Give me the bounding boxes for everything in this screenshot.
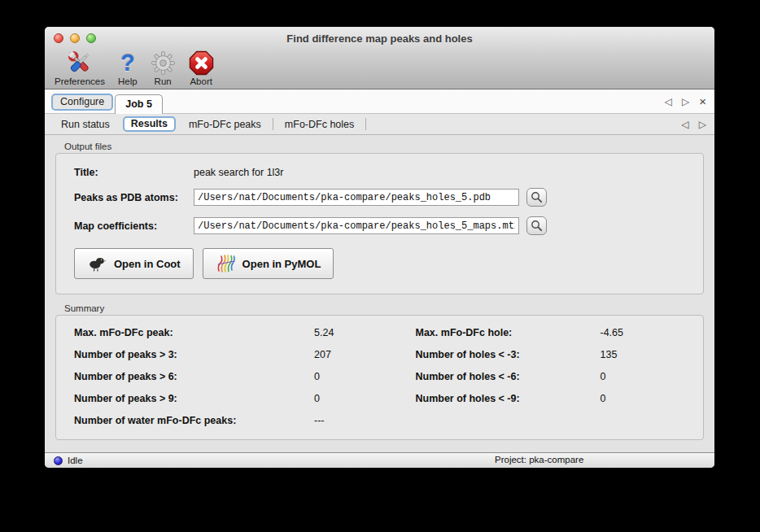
stat-value: 0 <box>601 371 606 382</box>
stat-label: Max. mFo-DFc hole: <box>416 327 601 338</box>
window-controls <box>54 33 96 43</box>
map-label: Map coefficients: <box>74 220 194 232</box>
abort-label: Abort <box>190 76 212 86</box>
stat-label: Number of peaks > 6: <box>74 371 314 382</box>
stat-label: Number of holes < -6: <box>416 371 601 382</box>
magnifier-icon <box>531 220 543 232</box>
pymol-ribbon-icon <box>216 253 237 274</box>
stat-row: Number of peaks > 9: 0 <box>74 393 381 404</box>
subtab-separator <box>365 118 366 130</box>
subtab-separator <box>273 118 273 130</box>
stat-value: --- <box>314 415 325 426</box>
preferences-label: Preferences <box>55 76 105 86</box>
stat-row: Max. mFo-DFc peak: 5.24 <box>74 327 381 338</box>
help-icon: ? <box>120 50 135 76</box>
subtab-results[interactable]: Results <box>123 116 176 132</box>
viewer-buttons: Open in Coot Open in PyMOL <box>74 248 687 279</box>
stat-value: 0 <box>314 393 320 404</box>
stat-row: Number of peaks > 6: 0 <box>74 371 381 382</box>
stat-label: Number of peaks > 9: <box>74 393 314 404</box>
summary-section-label: Summary <box>64 303 704 313</box>
map-row: Map coefficients: <box>74 216 687 235</box>
subtab-run-status[interactable]: Run status <box>53 119 118 130</box>
summary-box: Max. mFo-DFc peak: 5.24 Number of peaks … <box>55 315 704 440</box>
tab-job-5[interactable]: Job 5 <box>115 94 163 114</box>
stat-label: Number of holes < -3: <box>416 349 601 360</box>
map-path-input[interactable] <box>194 217 519 234</box>
stat-row: Number of holes < -6: 0 <box>416 371 688 382</box>
stat-label: Number of holes < -9: <box>416 393 601 404</box>
stat-row: Number of water mFo-DFc peaks: --- <box>74 415 381 426</box>
stat-label: Number of water mFo-DFc peaks: <box>74 415 314 426</box>
preferences-button[interactable]: Preferences <box>50 50 110 86</box>
stat-row: Max. mFo-DFc hole: -4.65 <box>416 327 688 338</box>
app-window: Find difference map peaks and holes <box>45 27 714 468</box>
subtab-mfo-dfc-peaks[interactable]: mFo-DFc peaks <box>181 119 269 130</box>
window-chrome: Find difference map peaks and holes <box>45 27 714 89</box>
open-in-pymol-button[interactable]: Open in PyMOL <box>203 248 334 279</box>
stat-row: Number of holes < -9: 0 <box>416 393 688 404</box>
status-bar: Idle Project: pka-compare <box>45 452 714 468</box>
stat-label: Max. mFo-DFc peak: <box>74 327 314 338</box>
tab-configure[interactable]: Configure <box>51 94 113 111</box>
results-panel: Output files Title: peak search for 1l3r… <box>45 135 714 452</box>
summary-left-column: Max. mFo-DFc peak: 5.24 Number of peaks … <box>74 327 381 426</box>
magnifier-icon <box>531 191 543 203</box>
output-files-box: Title: peak search for 1l3r Peaks as PDB… <box>55 153 704 294</box>
open-in-pymol-label: Open in PyMOL <box>242 258 321 270</box>
stat-row: Number of holes < -3: 135 <box>416 349 688 360</box>
status-indicator-icon <box>54 456 63 465</box>
map-browse-button[interactable] <box>526 216 547 235</box>
title-label: Title: <box>74 167 194 178</box>
open-in-coot-label: Open in Coot <box>114 258 181 270</box>
coot-bird-icon <box>87 255 108 273</box>
help-label: Help <box>118 76 138 86</box>
main-tab-nav: ◁ ▷ × <box>665 89 706 113</box>
open-in-coot-button[interactable]: Open in Coot <box>74 248 194 279</box>
sub-tab-nav: ◁ ▷ <box>682 114 706 134</box>
stat-value: 135 <box>601 349 618 360</box>
subtab-scroll-right-icon[interactable]: ▷ <box>699 119 706 130</box>
sub-tab-bar: Run status Results mFo-DFc peaks mFo-DFc… <box>45 114 714 135</box>
stat-value: -4.65 <box>601 327 624 338</box>
pdb-browse-button[interactable] <box>526 188 547 207</box>
pdb-label: Peaks as PDB atoms: <box>74 192 194 203</box>
main-tab-bar: Configure Job 5 ◁ ▷ × <box>45 89 714 114</box>
tab-scroll-right-icon[interactable]: ▷ <box>682 96 689 107</box>
output-files-section-label: Output files <box>64 142 704 151</box>
run-button[interactable]: Run <box>146 50 181 86</box>
stat-row: Number of peaks > 3: 207 <box>74 349 381 360</box>
pdb-row: Peaks as PDB atoms: <box>74 188 687 207</box>
status-text: Idle <box>68 456 83 465</box>
zoom-window-button[interactable] <box>86 33 96 43</box>
abort-button[interactable]: Abort <box>184 50 219 86</box>
titlebar[interactable]: Find difference map peaks and holes <box>45 27 714 50</box>
close-window-button[interactable] <box>54 33 63 43</box>
gear-icon <box>151 50 176 76</box>
stat-value: 0 <box>601 393 606 404</box>
subtab-scroll-left-icon[interactable]: ◁ <box>682 119 689 130</box>
abort-icon <box>189 50 214 76</box>
summary-right-column: Max. mFo-DFc hole: -4.65 Number of holes… <box>381 327 688 426</box>
title-value: peak search for 1l3r <box>194 167 283 178</box>
tools-icon <box>66 50 94 76</box>
pdb-path-input[interactable] <box>194 189 519 206</box>
subtab-mfo-dfc-holes[interactable]: mFo-DFc holes <box>277 119 362 130</box>
minimize-window-button[interactable] <box>70 33 80 43</box>
toolbar: Preferences ? Help <box>45 50 714 89</box>
stat-label: Number of peaks > 3: <box>74 349 314 360</box>
stat-value: 5.24 <box>314 327 334 338</box>
help-button[interactable]: ? Help <box>113 50 142 86</box>
tab-close-icon[interactable]: × <box>699 97 706 107</box>
stat-value: 0 <box>314 371 320 382</box>
stat-value: 207 <box>314 349 331 360</box>
run-label: Run <box>155 76 172 86</box>
window-title: Find difference map peaks and holes <box>45 33 714 45</box>
title-row: Title: peak search for 1l3r <box>74 167 687 178</box>
project-label: Project: pka-compare <box>495 455 583 464</box>
tab-scroll-left-icon[interactable]: ◁ <box>665 96 672 107</box>
